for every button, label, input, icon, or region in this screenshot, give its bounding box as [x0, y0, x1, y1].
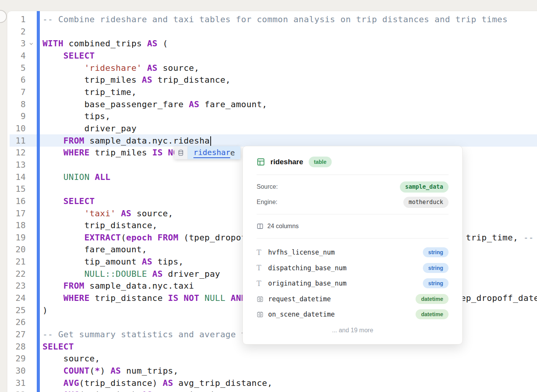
- fold-spacer: [26, 304, 36, 317]
- line-number[interactable]: 11: [7, 135, 26, 147]
- gutter-row: 23: [7, 280, 36, 292]
- line-number[interactable]: 23: [7, 280, 26, 292]
- gutter-row: 6: [7, 74, 36, 86]
- line-number[interactable]: 16: [7, 195, 26, 207]
- code-line-29[interactable]: source,: [43, 353, 537, 365]
- line-number[interactable]: 15: [7, 183, 26, 195]
- fold-spacer: [26, 86, 36, 98]
- fold-chevron-icon[interactable]: [26, 38, 36, 50]
- line-number[interactable]: 21: [7, 256, 26, 268]
- line-number[interactable]: 32: [7, 389, 26, 392]
- code-segment: trip_time,: [43, 87, 137, 97]
- code-segment: -- Combine rideshare and taxi tables for…: [43, 15, 508, 24]
- code-segment: tips,: [43, 111, 110, 121]
- line-number[interactable]: 6: [7, 74, 26, 86]
- code-line-4[interactable]: SELECT: [43, 50, 537, 62]
- line-number[interactable]: 25: [7, 304, 26, 317]
- gutter-row: 10: [7, 122, 36, 135]
- line-number[interactable]: 30: [7, 365, 26, 377]
- code-segment: avg_trip_distance,: [173, 378, 272, 388]
- line-number[interactable]: 27: [7, 328, 26, 341]
- line-number[interactable]: 3: [7, 38, 26, 50]
- code-segment: [199, 293, 205, 303]
- fold-spacer: [26, 195, 36, 207]
- code-segment: FROM: [157, 233, 178, 242]
- column-name: on_scene_datetime: [268, 310, 416, 318]
- code-line-31[interactable]: AVG(trip_distance) AS avg_trip_distance,: [43, 377, 537, 389]
- columns-count-label: 24 columns: [267, 223, 299, 230]
- gutter-row: 21: [7, 256, 36, 268]
- code-line-2[interactable]: [43, 26, 537, 38]
- text-icon: T: [257, 279, 268, 287]
- line-number[interactable]: 28: [7, 341, 26, 353]
- code-line-9[interactable]: tips,: [43, 110, 537, 122]
- code-segment: [43, 51, 64, 60]
- line-number[interactable]: 19: [7, 232, 26, 244]
- code-line-10[interactable]: driver_pay: [43, 122, 537, 135]
- line-number[interactable]: 17: [7, 207, 26, 220]
- gutter-row: 13: [7, 159, 36, 171]
- code-segment: WITH: [43, 39, 64, 48]
- code-segment: [43, 209, 84, 218]
- code-line-6[interactable]: trip_miles AS trip_distance,: [43, 74, 537, 86]
- code-line-3[interactable]: WITH combined_trips AS (: [43, 38, 537, 50]
- gutter-row: 8: [7, 98, 36, 111]
- line-number[interactable]: 26: [7, 316, 26, 328]
- code-segment: tip_amount: [43, 257, 142, 266]
- table-info-header: rideshare table: [257, 155, 449, 168]
- line-number[interactable]: 8: [7, 98, 26, 111]
- gutter-line-numbers[interactable]: 1234567891011121314151617181920212223242…: [7, 13, 36, 392]
- line-number[interactable]: 29: [7, 353, 26, 365]
- line-number[interactable]: 14: [7, 171, 26, 183]
- line-number[interactable]: 9: [7, 110, 26, 122]
- code-segment: trip_time,: [461, 233, 524, 242]
- code-line-32[interactable]: AVG(trip_time) AS avg_trip_time,: [43, 389, 537, 392]
- code-segment: base_passenger_fare: [43, 100, 189, 109]
- line-number[interactable]: 2: [7, 26, 26, 38]
- code-segment: AS: [110, 366, 121, 376]
- line-number[interactable]: 7: [7, 86, 26, 98]
- app-root: { "editor": { "active_line": 11, "colors…: [0, 0, 537, 392]
- fold-spacer: [26, 110, 36, 122]
- gutter-row: 28: [7, 341, 36, 353]
- code-line-1[interactable]: -- Combine rideshare and taxi tables for…: [43, 13, 537, 26]
- fold-spacer: [26, 62, 36, 74]
- code-segment: ): [43, 305, 48, 315]
- line-number[interactable]: 18: [7, 219, 26, 232]
- code-segment: avg_trip_time,: [152, 390, 231, 392]
- line-number[interactable]: 22: [7, 268, 26, 280]
- fold-spacer: [26, 292, 36, 304]
- autocomplete-matched-text: rideshar: [193, 148, 230, 158]
- table-name: rideshare: [270, 158, 303, 166]
- autocomplete-item-rideshare[interactable]: rideshare: [188, 146, 241, 159]
- code-line-5[interactable]: 'rideshare' AS source,: [43, 62, 537, 74]
- code-segment: [43, 196, 64, 206]
- code-segment: driver_pay: [163, 269, 220, 279]
- meta-label: Source:: [257, 183, 278, 190]
- line-number[interactable]: 13: [7, 159, 26, 171]
- line-number[interactable]: 24: [7, 292, 26, 304]
- code-segment: trip_miles: [43, 75, 142, 85]
- line-number[interactable]: 12: [7, 147, 26, 159]
- fold-spacer: [26, 135, 36, 147]
- fold-spacer: [26, 341, 36, 353]
- code-segment: source,: [43, 354, 100, 363]
- fold-spacer: [26, 377, 36, 389]
- column-name: dispatching_base_num: [268, 264, 423, 272]
- code-line-7[interactable]: trip_time,: [43, 86, 537, 98]
- code-line-8[interactable]: base_passenger_fare AS fare_amount,: [43, 98, 537, 111]
- line-number[interactable]: 20: [7, 243, 26, 256]
- line-number[interactable]: 31: [7, 377, 26, 389]
- line-number[interactable]: 4: [7, 50, 26, 62]
- code-segment: UNION: [64, 172, 90, 182]
- code-line-30[interactable]: COUNT(*) AS num_trips,: [43, 365, 537, 377]
- column-row-on_scene_datetime: on_scene_datetimedatetime: [257, 307, 449, 322]
- code-segment: SELECT: [43, 342, 74, 351]
- code-line-11[interactable]: FROM sample_data.nyc.ridesha: [43, 135, 537, 147]
- line-number[interactable]: 10: [7, 122, 26, 135]
- fold-spacer: [26, 268, 36, 280]
- meta-value-pill: motherduck: [403, 197, 449, 208]
- code-segment: [43, 172, 64, 182]
- line-number[interactable]: 1: [7, 13, 26, 26]
- line-number[interactable]: 5: [7, 62, 26, 74]
